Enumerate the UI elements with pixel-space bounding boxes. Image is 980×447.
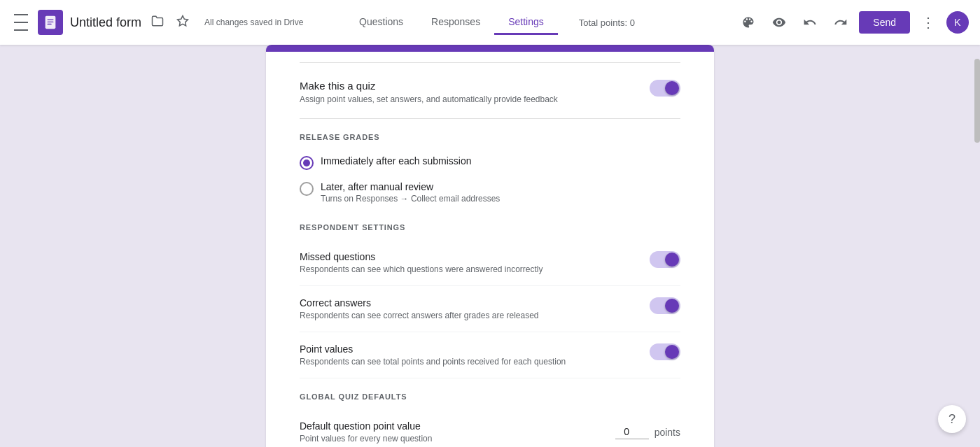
radio-manual-label: Later, after manual review (321, 181, 500, 192)
help-button[interactable]: ? (938, 405, 966, 433)
app-icon (38, 10, 63, 35)
topbar-center: Questions Responses Settings Total point… (345, 10, 635, 35)
topbar-right: Send ⋮ K (736, 10, 969, 35)
missed-questions-toggle[interactable] (650, 251, 680, 268)
svg-rect-3 (47, 24, 51, 24)
send-button[interactable]: Send (859, 11, 910, 34)
radio-manual-sublabel: Turns on Responses → Collect email addre… (321, 194, 500, 204)
radio-manual-label-wrap: Later, after manual review Turns on Resp… (321, 181, 500, 204)
redo-icon-btn[interactable] (828, 10, 853, 35)
total-points-value: 0 (630, 17, 635, 28)
missed-questions-text: Missed questions Respondents can see whi… (300, 251, 543, 274)
missed-toggle-thumb (665, 253, 679, 267)
card-top-spacer (300, 52, 680, 63)
quiz-subtitle: Assign point values, set answers, and au… (300, 94, 558, 104)
correct-answers-title: Correct answers (300, 297, 539, 308)
total-points: Total points: 0 (579, 17, 635, 28)
missed-questions-row: Missed questions Respondents can see whi… (300, 240, 680, 286)
avatar[interactable]: K (946, 11, 969, 34)
points-input-area: points (615, 425, 680, 439)
point-values-text: Point values Respondents can see total p… (300, 343, 566, 367)
radio-immediately-label: Immediately after each submission (321, 155, 472, 166)
quiz-toggle-text: Make this a quiz Assign point values, se… (300, 80, 558, 104)
toggle-thumb (665, 81, 679, 95)
svg-rect-2 (47, 22, 53, 22)
quiz-toggle[interactable] (650, 80, 680, 97)
global-defaults-header: GLOBAL QUIZ DEFAULTS (300, 378, 680, 409)
folder-icon[interactable] (148, 12, 167, 34)
tab-questions[interactable]: Questions (345, 10, 417, 35)
more-options-icon[interactable]: ⋮ (916, 11, 941, 34)
svg-marker-4 (178, 15, 188, 25)
radio-immediately-circle (300, 156, 314, 170)
forms-svg-icon (43, 15, 58, 30)
point-values-toggle[interactable] (650, 343, 680, 360)
default-point-title: Default question point value (300, 420, 432, 432)
release-manual-option[interactable]: Later, after manual review Turns on Resp… (300, 176, 680, 209)
quiz-title: Make this a quiz (300, 80, 558, 92)
release-immediately-option[interactable]: Immediately after each submission (300, 150, 680, 176)
star-icon[interactable] (174, 12, 192, 34)
card-top-bar (266, 45, 714, 52)
missed-questions-title: Missed questions (300, 251, 543, 262)
save-status: All changes saved in Drive (204, 17, 303, 27)
tab-responses[interactable]: Responses (417, 10, 494, 35)
point-values-title: Point values (300, 343, 566, 355)
form-card: Make this a quiz Assign point values, se… (266, 45, 714, 447)
respondent-settings-header: RESPONDENT SETTINGS (300, 209, 680, 240)
main-content: Make this a quiz Assign point values, se… (0, 45, 980, 447)
default-point-subtitle: Point values for every new question (300, 434, 432, 444)
preview-icon-btn[interactable] (766, 10, 792, 35)
correct-answers-toggle[interactable] (650, 297, 680, 314)
menu-icon[interactable] (11, 13, 31, 32)
points-toggle-thumb (665, 345, 679, 359)
scrollbar-track[interactable] (974, 45, 980, 447)
tab-settings[interactable]: Settings (494, 10, 558, 35)
undo-icon-btn[interactable] (797, 10, 822, 35)
default-point-input[interactable] (615, 425, 649, 439)
form-title: Untitled form (70, 15, 141, 30)
missed-questions-subtitle: Respondents can see which questions were… (300, 264, 543, 274)
radio-manual-circle (300, 182, 314, 196)
scrollbar-thumb[interactable] (974, 59, 980, 143)
point-values-subtitle: Respondents can see total points and poi… (300, 357, 566, 367)
topbar: Untitled form All changes saved in Drive… (0, 0, 980, 45)
release-grades-header: RELEASE GRADES (300, 119, 680, 150)
total-points-label: Total points: (579, 17, 627, 28)
default-point-text: Default question point value Point value… (300, 420, 432, 444)
correct-answers-text: Correct answers Respondents can see corr… (300, 297, 539, 320)
correct-answers-subtitle: Respondents can see correct answers afte… (300, 311, 539, 320)
quiz-toggle-row: Make this a quiz Assign point values, se… (300, 63, 680, 119)
default-point-row: Default question point value Point value… (300, 409, 680, 447)
points-label-text: points (654, 427, 680, 438)
palette-icon-btn[interactable] (736, 10, 761, 35)
radio-immediately-label-wrap: Immediately after each submission (321, 155, 472, 166)
correct-answers-row: Correct answers Respondents can see corr… (300, 286, 680, 332)
correct-toggle-thumb (665, 299, 679, 313)
point-values-row: Point values Respondents can see total p… (300, 332, 680, 378)
svg-rect-1 (47, 19, 53, 20)
